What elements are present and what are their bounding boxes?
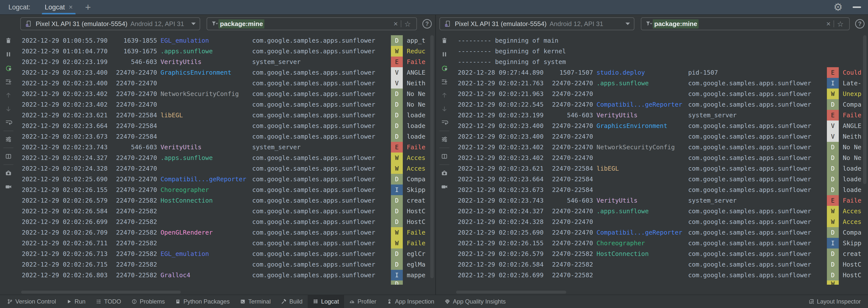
restart-logcat-icon[interactable] [4,64,12,72]
log-row[interactable]: 2022-12-29 02:02:26.57922470-22582HostCo… [17,195,435,206]
scroll-to-end-icon[interactable] [4,78,12,86]
log-row[interactable]: 2022-12-29 02:02:26.57922470-22582HostCo… [453,249,868,259]
log-row[interactable]: 2022-12-29 02:02:26.80322470-22582Grallo… [17,270,435,280]
previous-occurrence-icon[interactable] [440,91,448,99]
log-row[interactable]: 2022-12-29 02:02:26.69922470-22582com.go… [453,270,868,280]
scroll-to-end-icon[interactable] [440,78,448,86]
status-item-profiler[interactable]: Profiler [344,295,381,308]
log-row[interactable]: 2022-12-29 02:02:25.69022470-22470Compat… [17,174,435,185]
status-item-app-quality-insights[interactable]: App Quality Insights [439,295,511,308]
logcat-settings-icon[interactable] [4,135,12,143]
horizontal-scrollbar[interactable] [456,291,566,293]
log-banner-row[interactable]: --------- beginning of kernel [453,46,868,57]
tab-logcat[interactable]: Logcat × [42,0,76,15]
log-row[interactable]: 2022-12-29 02:02:23.62122470-22584libEGL… [17,110,435,120]
horizontal-scrollbar[interactable] [21,291,181,293]
vertical-scrollbar[interactable] [430,35,434,278]
status-item-build[interactable]: Build [276,295,308,308]
log-row[interactable]: 2022-12-29 02:02:26.71122470-22582com.go… [17,238,435,249]
log-row[interactable]: 2022-12-29 02:02:23.199546-603VerityUtil… [17,57,435,67]
log-row[interactable]: 2022-12-29 02:02:23.40022470-22470com.go… [453,131,868,142]
log-row[interactable]: W [453,280,868,285]
hide-tool-window-icon[interactable] [852,6,861,8]
clear-filter-icon[interactable]: × [392,20,400,28]
log-row[interactable]: 2022-12-29 02:02:23.743546-603VerityUtil… [17,142,435,152]
filter-funnel-icon[interactable] [211,20,218,28]
status-item-terminal[interactable]: Terminal [235,295,276,308]
filter-query-text[interactable]: package:mine [218,19,264,29]
status-item-todo[interactable]: TODO [91,295,126,308]
pause-logcat-icon[interactable] [440,50,448,58]
status-item-version-control[interactable]: Version Control [2,295,61,308]
log-banner-row[interactable]: --------- beginning of main [453,35,868,46]
previous-occurrence-icon[interactable] [4,91,12,99]
log-row[interactable]: 2022-12-29 02:02:21.76322470-22470.apps.… [453,78,868,88]
status-item-layout-inspector[interactable]: Layout Inspector [804,295,866,308]
log-row[interactable]: 2022-12-29 02:02:23.40222470-22470com.go… [17,99,435,110]
log-row[interactable]: 2022-12-29 02:02:26.70922470-22582OpenGL… [17,227,435,238]
log-row[interactable]: 2022-12-29 02:02:23.199546-603VerityUtil… [453,110,868,120]
status-item-python-packages[interactable]: Python Packages [170,295,235,308]
log-row[interactable]: 2022-12-29 02:02:22.54522470-22470Compat… [453,99,868,110]
log-row[interactable]: 2022-12-29 02:02:23.40222470-22470Networ… [17,88,435,99]
log-row[interactable]: 2022-12-29 02:02:23.743546-603VerityUtil… [453,195,868,206]
log-row[interactable]: 2022-12-29 02:02:26.15522470-22470Choreo… [453,238,868,249]
help-icon[interactable]: ? [422,19,432,29]
screenshot-icon[interactable] [4,169,12,177]
split-panels-icon[interactable] [440,152,448,160]
log-row[interactable]: 2022-12-29 02:02:26.58422470-22582com.go… [17,206,435,217]
restart-logcat-icon[interactable] [440,64,448,72]
log-row[interactable]: D [17,280,435,285]
log-row[interactable]: 2022-12-29 02:02:26.71322470-22582EGL_em… [17,249,435,259]
device-selector[interactable]: Pixel XL API 31 (emulator-5554) Android … [439,17,634,30]
log-row[interactable]: 2022-12-29 02:02:23.66422470-22584com.go… [17,120,435,131]
favorite-filter-icon[interactable]: ☆ [402,20,413,28]
log-row[interactable]: 2022-12-29 02:02:24.32822470-22470com.go… [453,217,868,227]
log-row[interactable]: 2022-12-29 02:02:25.69022470-22470Compat… [453,227,868,238]
log-row[interactable]: 2022-12-29 02:02:24.32722470-22470.apps.… [17,152,435,163]
device-selector[interactable]: Pixel XL API 31 (emulator-5554) Android … [20,17,200,30]
status-item-logcat[interactable]: Logcat [308,295,344,308]
next-occurrence-icon[interactable] [4,105,12,113]
log-row[interactable]: 2022-12-29 02:02:23.40022470-22470com.go… [17,78,435,88]
log-row[interactable]: 2022-12-29 02:02:26.69922470-22582com.go… [17,217,435,227]
status-item-problems[interactable]: Problems [126,295,170,308]
log-banner-row[interactable]: --------- beginning of system [453,57,868,67]
soft-wrap-icon[interactable] [4,118,12,127]
log-row[interactable]: 2022-12-29 02:02:23.40022470-22470Graphi… [17,67,435,78]
right-log-view[interactable]: --------- beginning of main--------- beg… [453,33,868,295]
clear-filter-icon[interactable]: × [825,20,833,28]
log-row[interactable]: 2022-12-29 02:02:26.15522470-22470Choreo… [17,185,435,195]
pause-logcat-icon[interactable] [4,50,12,58]
filter-input[interactable]: package:mine × ☆ [641,17,850,30]
vertical-scrollbar[interactable] [863,35,867,184]
next-occurrence-icon[interactable] [440,105,448,113]
settings-gear-icon[interactable]: ⚙ [833,2,843,12]
log-row[interactable]: 2022-12-29 02:02:24.32722470-22470.apps.… [453,206,868,217]
filter-input[interactable]: package:mine × ☆ [207,17,417,30]
status-item-app-inspection[interactable]: App Inspection [381,295,439,308]
clear-logcat-icon[interactable] [440,37,448,45]
split-panels-icon[interactable] [4,152,12,160]
status-item-run[interactable]: Run [61,295,91,308]
soft-wrap-icon[interactable] [440,118,448,127]
log-row[interactable]: 2022-12-29 02:02:23.40222470-22470Networ… [453,142,868,152]
log-row[interactable]: 2022-12-29 02:02:23.67322470-22584com.go… [17,131,435,142]
add-tab-button[interactable]: + [85,2,91,12]
log-row[interactable]: 2022-12-29 02:02:23.62122470-22584libEGL… [453,163,868,174]
tab-close-icon[interactable]: × [69,3,73,11]
clear-logcat-icon[interactable] [4,37,12,45]
screenshot-icon[interactable] [440,169,448,177]
screen-record-icon[interactable] [440,183,448,191]
favorite-filter-icon[interactable]: ☆ [835,20,846,28]
logcat-settings-icon[interactable] [440,135,448,143]
log-row[interactable]: 2022-12-29 02:02:26.71522470-22582com.go… [17,259,435,270]
log-row[interactable]: 2022-12-29 01:01:04.7701639-1675.apps.su… [17,46,435,57]
help-icon[interactable]: ? [855,19,865,29]
log-row[interactable]: 2022-12-29 01:00:55.7901639-1855EGL_emul… [17,35,435,46]
log-row[interactable]: 2022-12-29 02:02:23.67322470-22584com.go… [453,185,868,195]
log-row[interactable]: 2022-12-29 02:02:26.58422470-22582com.go… [453,259,868,270]
log-row[interactable]: 2022-12-29 02:02:23.66422470-22584com.go… [453,174,868,185]
left-log-view[interactable]: 2022-12-29 01:00:55.7901639-1855EGL_emul… [17,33,435,295]
log-row[interactable]: 2022-12-29 02:02:23.40222470-22470com.go… [453,152,868,163]
